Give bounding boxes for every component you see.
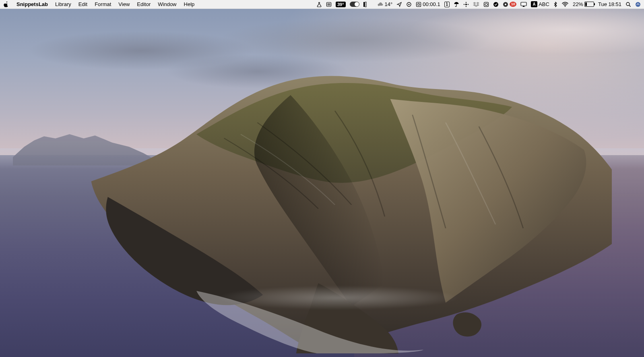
menuextra-dropbox[interactable] bbox=[473, 2, 479, 7]
svg-rect-10 bbox=[466, 2, 467, 3]
svg-rect-5 bbox=[365, 2, 366, 7]
notification-center-icon bbox=[635, 2, 641, 7]
toggle-icon bbox=[350, 2, 359, 7]
svg-rect-11 bbox=[466, 6, 467, 7]
airplay-icon bbox=[520, 2, 527, 7]
desktop-number-value: 1 bbox=[444, 2, 450, 7]
notification-badge: 10 bbox=[510, 2, 516, 7]
clock-square-icon bbox=[416, 2, 421, 7]
menu-window[interactable]: Window bbox=[154, 0, 180, 9]
timer-value: 00:00.1 bbox=[423, 0, 440, 9]
diamond-grid-icon bbox=[463, 2, 469, 7]
input-source-label: ABC bbox=[539, 0, 549, 9]
svg-point-7 bbox=[409, 4, 410, 5]
weather-temp-value: 14° bbox=[385, 0, 393, 9]
menuextra-flask[interactable] bbox=[316, 2, 322, 7]
square-circle-icon bbox=[483, 2, 489, 7]
svg-rect-4 bbox=[363, 2, 365, 7]
umbrella-icon bbox=[454, 2, 459, 7]
menuextra-timer[interactable]: 00:00.1 bbox=[416, 0, 440, 9]
dropbox-icon bbox=[473, 2, 479, 7]
menuextra-wifi[interactable] bbox=[561, 2, 569, 7]
record-ring-icon bbox=[406, 2, 412, 7]
menu-editor[interactable]: Editor bbox=[133, 0, 154, 9]
menuextra-airplay[interactable] bbox=[520, 2, 527, 7]
search-icon bbox=[625, 2, 631, 7]
location-arrow-icon bbox=[396, 2, 402, 7]
menu-library[interactable]: Library bbox=[52, 0, 75, 9]
status-area: 39° 14° 00:00.1 1 bbox=[316, 0, 641, 9]
menuextra-grid[interactable] bbox=[463, 2, 469, 7]
input-letter-box: A bbox=[531, 1, 537, 7]
menuextra-cpu-temp[interactable]: 39° bbox=[336, 2, 346, 7]
svg-rect-13 bbox=[468, 4, 469, 5]
flask-icon bbox=[316, 2, 322, 7]
wallpaper-foam bbox=[193, 280, 483, 315]
list-panel-icon bbox=[326, 2, 332, 7]
wifi-icon bbox=[561, 2, 569, 7]
svg-point-22 bbox=[626, 2, 630, 6]
menu-format[interactable]: Format bbox=[91, 0, 115, 9]
menu-app-name[interactable]: SnippetsLab bbox=[13, 0, 52, 9]
apple-logo-icon bbox=[3, 2, 9, 7]
svg-point-19 bbox=[505, 4, 506, 5]
bluetooth-icon bbox=[553, 2, 557, 7]
menuextra-bluetooth[interactable] bbox=[553, 2, 557, 7]
drive-bars-icon bbox=[363, 2, 367, 7]
svg-line-23 bbox=[629, 5, 631, 7]
menuextra-camera-timer[interactable] bbox=[483, 2, 489, 7]
cpu-temp-value: 39° bbox=[336, 2, 346, 7]
menubar: SnippetsLab Library Edit Format View Edi… bbox=[0, 0, 644, 9]
apple-menu[interactable] bbox=[3, 2, 9, 7]
menu-view[interactable]: View bbox=[115, 0, 133, 9]
svg-point-16 bbox=[485, 3, 487, 6]
menuextra-list[interactable] bbox=[326, 2, 332, 7]
weather-cloud-icon bbox=[377, 2, 384, 7]
menuextra-notification-center[interactable] bbox=[635, 2, 641, 7]
menuextra-shield-check[interactable] bbox=[493, 2, 499, 7]
gear-dark-icon bbox=[503, 2, 508, 7]
menuextra-spotlight[interactable] bbox=[625, 2, 631, 7]
clock-text: Tue 18:51 bbox=[598, 0, 621, 9]
svg-rect-15 bbox=[484, 2, 489, 6]
menuextra-umbrella[interactable] bbox=[454, 2, 459, 7]
menuextra-notifications[interactable]: 10 bbox=[503, 2, 516, 7]
svg-rect-20 bbox=[521, 2, 526, 6]
svg-point-25 bbox=[638, 3, 638, 4]
svg-rect-14 bbox=[465, 3, 467, 5]
menuextra-drive[interactable] bbox=[363, 2, 367, 7]
menuextra-location-arrow[interactable] bbox=[396, 2, 402, 7]
menuextra-toggle[interactable] bbox=[350, 2, 359, 7]
menu-help[interactable]: Help bbox=[180, 0, 198, 9]
menuextra-weather[interactable]: 14° bbox=[377, 0, 393, 9]
menuextra-desktop-number[interactable]: 1 bbox=[444, 2, 450, 7]
battery-percent-text: 22% bbox=[573, 0, 583, 9]
svg-rect-12 bbox=[464, 4, 465, 5]
app-menu-group: SnippetsLab Library Edit Format View Edi… bbox=[13, 0, 198, 9]
menuextra-battery[interactable]: 22% bbox=[573, 0, 594, 9]
svg-point-21 bbox=[565, 6, 566, 6]
menuextra-record[interactable] bbox=[406, 2, 412, 7]
shield-check-icon bbox=[493, 2, 499, 7]
menu-edit[interactable]: Edit bbox=[75, 0, 91, 9]
menuextra-input-source[interactable]: A ABC bbox=[531, 0, 549, 9]
menuextra-clock[interactable]: Tue 18:51 bbox=[598, 0, 621, 9]
battery-icon bbox=[584, 2, 594, 7]
desktop-wallpaper[interactable] bbox=[0, 9, 644, 357]
